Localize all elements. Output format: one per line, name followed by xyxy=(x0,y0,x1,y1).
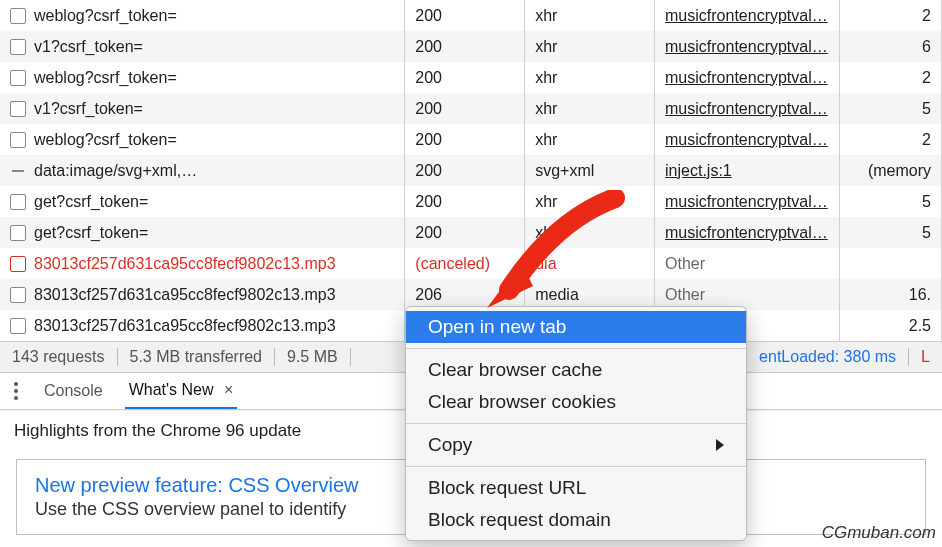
row-name-text: 83013cf257d631ca95cc8fecf9802c13.mp3 xyxy=(34,286,336,303)
cell-size: 5 xyxy=(840,217,942,248)
cell-type: svg+xml xyxy=(525,155,655,186)
table-row[interactable]: v1?csrf_token=200xhrmusicfrontencryptval… xyxy=(0,93,942,124)
cell-status: 200 xyxy=(405,186,525,217)
cell-size: 16. xyxy=(840,279,942,310)
context-copy[interactable]: Copy xyxy=(406,429,746,461)
dash-icon xyxy=(10,163,26,179)
row-name-text: weblog?csrf_token= xyxy=(34,69,177,86)
context-block-url[interactable]: Block request URL xyxy=(406,472,746,504)
cell-name[interactable]: 83013cf257d631ca95cc8fecf9802c13.mp3 xyxy=(0,248,405,279)
cell-initiator[interactable]: Other xyxy=(655,248,840,279)
cell-size: 2.5 xyxy=(840,310,942,341)
watermark: CGmuban.com xyxy=(822,523,936,543)
cell-status: 200 xyxy=(405,124,525,155)
context-clear-cache[interactable]: Clear browser cache xyxy=(406,354,746,386)
cell-name[interactable]: weblog?csrf_token= xyxy=(0,0,405,31)
table-row[interactable]: data:image/svg+xml,…200svg+xmlinject.js:… xyxy=(0,155,942,186)
cell-initiator[interactable]: musicfrontencryptval… xyxy=(655,31,840,62)
cell-type: xhr xyxy=(525,31,655,62)
checkbox-icon xyxy=(10,194,26,210)
row-name-text: v1?csrf_token= xyxy=(34,38,143,55)
cell-type: xhr xyxy=(525,124,655,155)
table-row[interactable]: weblog?csrf_token=200xhrmusicfrontencryp… xyxy=(0,0,942,31)
cell-size: 5 xyxy=(840,93,942,124)
status-resources: 9.5 MB xyxy=(275,348,351,366)
checkbox-icon xyxy=(10,256,26,272)
cell-name[interactable]: 83013cf257d631ca95cc8fecf9802c13.mp3 xyxy=(0,310,405,341)
context-block-domain[interactable]: Block request domain xyxy=(406,504,746,536)
cell-type: xhr xyxy=(525,186,655,217)
cell-status: 200 xyxy=(405,0,525,31)
cell-type: xhr xyxy=(525,62,655,93)
table-row[interactable]: get?csrf_token=200xhrmusicfrontencryptva… xyxy=(0,186,942,217)
cell-name[interactable]: data:image/svg+xml,… xyxy=(0,155,405,186)
table-row[interactable]: get?csrf_token=200xhrmusicfrontencryptva… xyxy=(0,217,942,248)
cell-size: 6 xyxy=(840,31,942,62)
cell-size: (memory xyxy=(840,155,942,186)
row-name-text: weblog?csrf_token= xyxy=(34,131,177,148)
cell-type: xhr xyxy=(525,0,655,31)
cell-initiator[interactable]: musicfrontencryptval… xyxy=(655,186,840,217)
network-table: weblog?csrf_token=200xhrmusicfrontencryp… xyxy=(0,0,942,341)
chevron-right-icon xyxy=(716,439,724,451)
tab-whats-new[interactable]: What's New × xyxy=(125,373,238,409)
cell-name[interactable]: weblog?csrf_token= xyxy=(0,124,405,155)
cell-type: dia xyxy=(525,248,655,279)
cell-initiator[interactable]: musicfrontencryptval… xyxy=(655,217,840,248)
row-name-text: 83013cf257d631ca95cc8fecf9802c13.mp3 xyxy=(34,255,336,272)
cell-status: 200 xyxy=(405,155,525,186)
cell-name[interactable]: v1?csrf_token= xyxy=(0,31,405,62)
checkbox-icon xyxy=(10,132,26,148)
checkbox-icon xyxy=(10,39,26,55)
context-clear-cookies[interactable]: Clear browser cookies xyxy=(406,386,746,418)
divider xyxy=(406,348,746,349)
row-name-text: data:image/svg+xml,… xyxy=(34,162,197,179)
row-name-text: 83013cf257d631ca95cc8fecf9802c13.mp3 xyxy=(34,317,336,334)
checkbox-icon xyxy=(10,225,26,241)
cell-initiator[interactable]: musicfrontencryptval… xyxy=(655,0,840,31)
cell-status: 200 xyxy=(405,217,525,248)
checkbox-icon xyxy=(10,8,26,24)
checkbox-icon xyxy=(10,287,26,303)
status-dcl: entLoaded: 380 ms xyxy=(759,348,896,366)
cell-status: 200 xyxy=(405,93,525,124)
close-icon[interactable]: × xyxy=(224,381,233,398)
table-row[interactable]: v1?csrf_token=200xhrmusicfrontencryptval… xyxy=(0,31,942,62)
context-copy-label: Copy xyxy=(428,434,472,456)
cell-size: 2 xyxy=(840,62,942,93)
cell-initiator[interactable]: inject.js:1 xyxy=(655,155,840,186)
context-open-new-tab[interactable]: Open in new tab xyxy=(406,311,746,343)
kebab-icon[interactable] xyxy=(10,378,22,404)
tab-console[interactable]: Console xyxy=(40,374,107,408)
checkbox-icon xyxy=(10,318,26,334)
cell-status: 200 xyxy=(405,31,525,62)
row-name-text: weblog?csrf_token= xyxy=(34,7,177,24)
cell-initiator[interactable]: musicfrontencryptval… xyxy=(655,93,840,124)
cell-size: 5 xyxy=(840,186,942,217)
table-row[interactable]: 83013cf257d631ca95cc8fecf9802c13.mp3(can… xyxy=(0,248,942,279)
cell-size xyxy=(840,248,942,279)
cell-size: 2 xyxy=(840,124,942,155)
cell-name[interactable]: v1?csrf_token= xyxy=(0,93,405,124)
cell-status: (canceled) xyxy=(405,248,525,279)
context-menu[interactable]: Open in new tab Clear browser cache Clea… xyxy=(405,306,747,541)
row-name-text: v1?csrf_token= xyxy=(34,100,143,117)
cell-type: xhr xyxy=(525,93,655,124)
cell-name[interactable]: 83013cf257d631ca95cc8fecf9802c13.mp3 xyxy=(0,279,405,310)
tab-whats-new-label: What's New xyxy=(129,381,214,398)
checkbox-icon xyxy=(10,101,26,117)
status-transferred: 5.3 MB transferred xyxy=(118,348,276,366)
divider xyxy=(406,423,746,424)
cell-name[interactable]: get?csrf_token= xyxy=(0,186,405,217)
cell-name[interactable]: weblog?csrf_token= xyxy=(0,62,405,93)
table-row[interactable]: weblog?csrf_token=200xhrmusicfrontencryp… xyxy=(0,62,942,93)
divider xyxy=(406,466,746,467)
cell-size: 2 xyxy=(840,0,942,31)
status-requests: 143 requests xyxy=(12,348,118,366)
checkbox-icon xyxy=(10,70,26,86)
cell-name[interactable]: get?csrf_token= xyxy=(0,217,405,248)
cell-initiator[interactable]: musicfrontencryptval… xyxy=(655,62,840,93)
row-name-text: get?csrf_token= xyxy=(34,193,148,210)
cell-initiator[interactable]: musicfrontencryptval… xyxy=(655,124,840,155)
table-row[interactable]: weblog?csrf_token=200xhrmusicfrontencryp… xyxy=(0,124,942,155)
